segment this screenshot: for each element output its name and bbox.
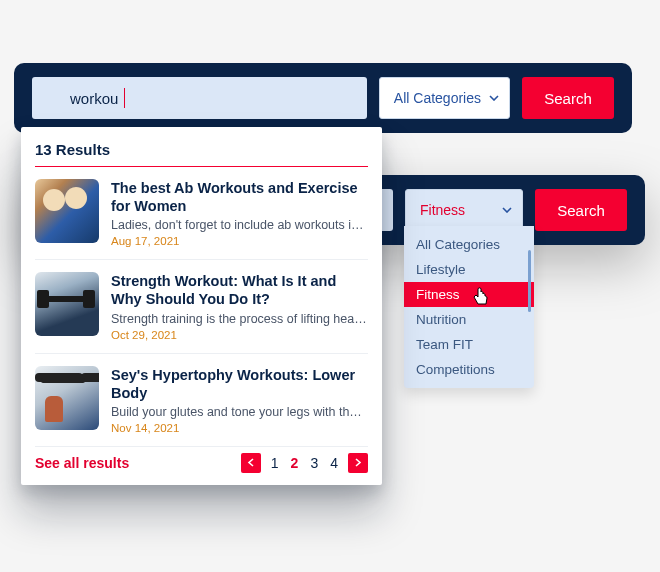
search-results-panel: 13 Results The best Ab Workouts and Exer… (21, 127, 382, 485)
search-button[interactable]: Search (522, 77, 614, 119)
result-date: Nov 14, 2021 (111, 422, 368, 434)
result-thumbnail (35, 179, 99, 243)
chevron-down-icon (502, 207, 512, 213)
dropdown-option-nutrition[interactable]: Nutrition (404, 307, 534, 332)
results-footer: See all results 1 2 3 4 (35, 447, 368, 473)
dropdown-option-all[interactable]: All Categories (404, 232, 534, 257)
page-prev-button[interactable] (241, 453, 261, 473)
dropdown-scrollbar[interactable] (528, 250, 531, 312)
text-caret (124, 88, 125, 108)
result-body: The best Ab Workouts and Exercise for Wo… (111, 179, 368, 247)
search-button-secondary[interactable]: Search (535, 189, 627, 231)
category-select-label: Fitness (420, 202, 465, 218)
cursor-pointer-icon (472, 287, 490, 307)
page-3[interactable]: 3 (308, 455, 320, 471)
category-select-label: All Categories (394, 90, 481, 106)
results-count: 13 Results (35, 137, 368, 167)
result-snippet: Ladies, don't forget to include ab worko… (111, 218, 368, 232)
dropdown-option-teamfit[interactable]: Team FIT (404, 332, 534, 357)
result-snippet: Strength training is the process of lift… (111, 312, 368, 326)
result-thumbnail (35, 272, 99, 336)
pagination: 1 2 3 4 (241, 453, 368, 473)
chevron-down-icon (489, 95, 499, 101)
dropdown-option-fitness[interactable]: Fitness (404, 282, 534, 307)
result-title: Strength Workout: What Is It and Why Sho… (111, 272, 368, 308)
search-input[interactable] (32, 77, 367, 119)
result-snippet: Build your glutes and tone your legs wit… (111, 405, 368, 419)
category-select-open[interactable]: Fitness (405, 189, 523, 231)
dropdown-option-competitions[interactable]: Competitions (404, 357, 534, 382)
search-bar-primary: All Categories Search (14, 63, 632, 133)
see-all-link[interactable]: See all results (35, 455, 129, 471)
result-row[interactable]: The best Ab Workouts and Exercise for Wo… (35, 167, 368, 260)
result-row[interactable]: Sey's Hypertophy Workouts: Lower Body Bu… (35, 354, 368, 447)
page-4[interactable]: 4 (328, 455, 340, 471)
dropdown-option-label: Fitness (416, 287, 460, 302)
result-body: Sey's Hypertophy Workouts: Lower Body Bu… (111, 366, 368, 434)
result-body: Strength Workout: What Is It and Why Sho… (111, 272, 368, 340)
category-dropdown: All Categories Lifestyle Fitness Nutriti… (404, 226, 534, 388)
page-1[interactable]: 1 (269, 455, 281, 471)
result-title: Sey's Hypertophy Workouts: Lower Body (111, 366, 368, 402)
result-row[interactable]: Strength Workout: What Is It and Why Sho… (35, 260, 368, 353)
page-next-button[interactable] (348, 453, 368, 473)
page-2[interactable]: 2 (289, 455, 301, 471)
category-select[interactable]: All Categories (379, 77, 510, 119)
result-date: Oct 29, 2021 (111, 329, 368, 341)
dropdown-option-lifestyle[interactable]: Lifestyle (404, 257, 534, 282)
result-title: The best Ab Workouts and Exercise for Wo… (111, 179, 368, 215)
result-date: Aug 17, 2021 (111, 235, 368, 247)
search-input-wrap (32, 77, 367, 119)
result-thumbnail (35, 366, 99, 430)
